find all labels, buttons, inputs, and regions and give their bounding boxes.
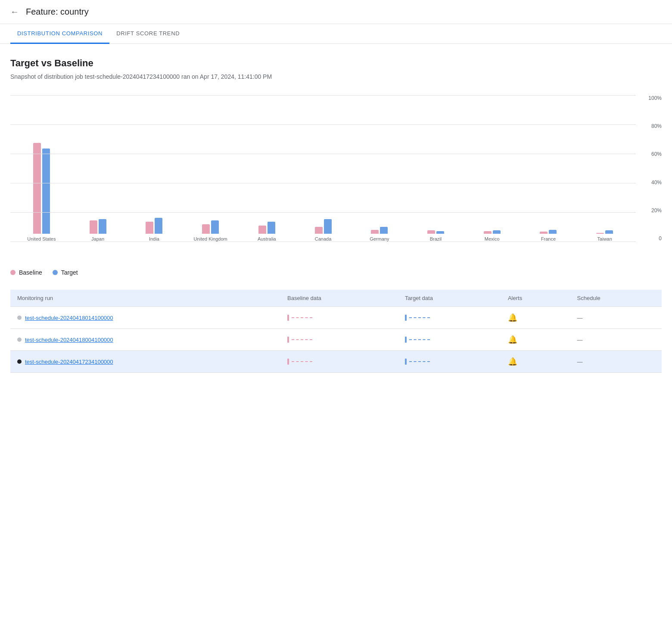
bar-target: [493, 230, 501, 234]
target-data-cell: [398, 307, 501, 329]
bar-target: [42, 149, 50, 234]
baseline-data-cell: [280, 307, 398, 329]
bar-baseline: [427, 230, 435, 234]
x-axis-label: Japan: [91, 236, 104, 241]
baseline-data-cell: [280, 351, 398, 373]
schedule-dash: —: [577, 337, 583, 343]
bar-pair: [352, 227, 406, 234]
bar-target: [549, 230, 557, 234]
main-content: Target vs Baseline Snapshot of distribut…: [0, 44, 672, 387]
col-alerts: Alerts: [501, 290, 570, 307]
country-group: Australia: [240, 222, 294, 241]
y-label-100: 100%: [648, 95, 662, 101]
bar-baseline: [540, 232, 548, 234]
table-row: test-schedule-20240418014100000 🔔—: [10, 307, 662, 329]
mini-spark-target: [405, 337, 407, 343]
country-group: Canada: [296, 219, 350, 241]
mini-spark-bar: [287, 359, 289, 365]
run-link[interactable]: test-schedule-20240418014100000: [25, 315, 113, 321]
country-group: France: [522, 230, 576, 241]
bar-target: [605, 230, 613, 234]
table-row: test-schedule-20240418004100000 🔔—: [10, 329, 662, 351]
mini-spark-target: [405, 359, 407, 365]
section-title: Target vs Baseline: [10, 58, 662, 69]
target-data-cell: [398, 351, 501, 373]
baseline-mini-chart: [287, 337, 391, 343]
x-axis-label: United States: [27, 236, 56, 241]
y-label-20: 20%: [651, 207, 662, 214]
col-target-data: Target data: [398, 290, 501, 307]
distribution-chart: United StatesJapanIndiaUnited KingdomAus…: [10, 95, 662, 259]
section-subtitle: Snapshot of distribution job test-schedu…: [10, 72, 662, 81]
x-axis-label: Taiwan: [597, 236, 612, 241]
mini-spark-bar: [287, 337, 289, 343]
bars-container: United StatesJapanIndiaUnited KingdomAus…: [10, 95, 636, 241]
target-mini-chart: [405, 359, 494, 365]
bar-target: [268, 222, 275, 234]
status-dot: [17, 316, 22, 320]
bar-baseline: [146, 222, 153, 234]
y-label-60: 60%: [651, 151, 662, 157]
chart-bars: United StatesJapanIndiaUnited KingdomAus…: [10, 95, 636, 241]
bar-baseline: [33, 143, 41, 234]
bar-target: [155, 218, 162, 234]
x-axis-label: Australia: [258, 236, 276, 241]
bar-baseline: [90, 220, 97, 234]
run-link[interactable]: test-schedule-20240418004100000: [25, 337, 113, 343]
target-mini-chart: [405, 315, 494, 321]
grid-line-0: [10, 241, 636, 242]
bar-baseline: [315, 227, 323, 234]
mini-dash-baseline: [292, 317, 312, 318]
bar-target: [324, 219, 332, 234]
bar-baseline: [258, 226, 266, 234]
monitoring-run-cell: test-schedule-20240418014100000: [10, 307, 280, 329]
y-label-40: 40%: [651, 180, 662, 186]
page-title: Feature: country: [26, 7, 89, 17]
mini-dash-baseline: [292, 339, 312, 340]
bar-pair: [296, 219, 350, 234]
y-label-80: 80%: [651, 123, 662, 129]
country-group: Germany: [352, 227, 406, 241]
bar-pair: [465, 230, 519, 234]
country-group: India: [127, 218, 181, 241]
alert-icon: 🔔: [508, 357, 517, 366]
page-header: ← Feature: country: [0, 0, 672, 24]
schedule-dash: —: [577, 359, 583, 365]
run-link[interactable]: test-schedule-20240417234100000: [25, 359, 113, 365]
mini-dash-baseline: [292, 361, 312, 362]
y-label-0: 0: [659, 235, 662, 241]
y-axis: 100% 80% 60% 40% 20% 0: [638, 95, 662, 241]
bar-pair: [127, 218, 181, 234]
col-monitoring-run: Monitoring run: [10, 290, 280, 307]
bar-pair: [15, 143, 68, 234]
bar-baseline: [371, 230, 379, 234]
monitoring-run-cell: test-schedule-20240417234100000: [10, 351, 280, 373]
target-mini-chart: [405, 337, 494, 343]
country-group: Japan: [71, 219, 125, 241]
mini-spark-baseline: [287, 359, 289, 365]
mini-dash-target: [409, 317, 430, 318]
baseline-mini-chart: [287, 315, 391, 321]
mini-spark-target: [405, 315, 407, 321]
monitoring-run-cell: test-schedule-20240418004100000: [10, 329, 280, 351]
x-axis-label: Germany: [370, 236, 389, 241]
alert-icon: 🔔: [508, 313, 517, 322]
baseline-data-cell: [280, 329, 398, 351]
x-axis-label: Mexico: [485, 236, 500, 241]
alert-cell: 🔔: [501, 351, 570, 373]
table-header-row: Monitoring run Baseline data Target data…: [10, 290, 662, 307]
baseline-mini-chart: [287, 359, 391, 365]
bar-pair: [240, 222, 294, 234]
chart-legend: Baseline Target: [10, 269, 662, 276]
bar-pair: [409, 230, 463, 234]
x-axis-label: Brazil: [430, 236, 442, 241]
col-schedule: Schedule: [570, 290, 662, 307]
back-button[interactable]: ←: [10, 7, 19, 17]
bar-baseline: [596, 233, 604, 234]
tab-drift-score-trend[interactable]: DRIFT SCORE TREND: [109, 24, 187, 44]
bar-target: [436, 231, 444, 234]
bar-pair: [71, 219, 125, 234]
tab-distribution-comparison[interactable]: DISTRIBUTION COMPARISON: [10, 24, 109, 44]
schedule-cell: —: [570, 329, 662, 351]
table-row: test-schedule-20240417234100000 🔔—: [10, 351, 662, 373]
